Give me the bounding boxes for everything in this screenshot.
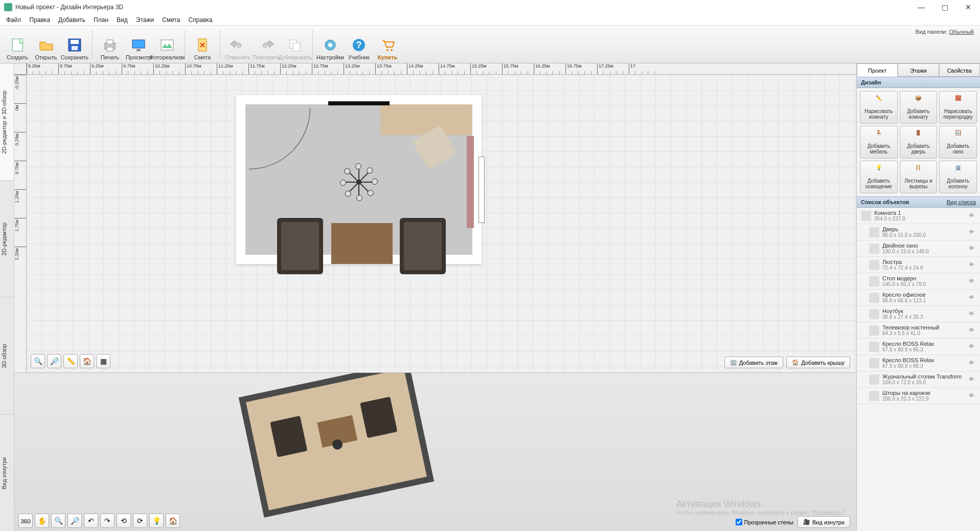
- tv[interactable]: [328, 101, 390, 105]
- eye-icon[interactable]: 👁: [969, 294, 976, 301]
- desk[interactable]: [380, 104, 472, 135]
- eye-icon[interactable]: 👁: [969, 261, 976, 269]
- menu-help[interactable]: Справка: [184, 15, 216, 25]
- room-3d[interactable]: [239, 373, 434, 518]
- home-3d-icon[interactable]: 🏠: [166, 514, 180, 528]
- orbit-right-icon[interactable]: ↷: [100, 514, 115, 528]
- transparent-walls-checkbox[interactable]: Прозрачные стены: [736, 519, 793, 525]
- menu-edit[interactable]: Правка: [26, 15, 55, 25]
- eye-icon[interactable]: 👁: [969, 392, 976, 400]
- tab-3d[interactable]: 3D-обзор: [0, 297, 14, 414]
- orbit-left-icon[interactable]: ↶: [84, 514, 98, 528]
- estimate-button[interactable]: Смета: [188, 28, 217, 61]
- object-row[interactable]: Дверь80.0 x 15.0 x 200.0👁: [857, 224, 980, 240]
- tab-2d-3d[interactable]: 2D-редактор и 3D-обзор: [0, 63, 14, 181]
- tilt-down-icon[interactable]: ⟳: [133, 514, 147, 528]
- pan-icon[interactable]: ✋: [35, 514, 49, 528]
- add-room-button[interactable]: 📦Добавить комнату: [900, 91, 938, 124]
- zoom-out-3d-icon[interactable]: 🔍: [51, 514, 65, 528]
- create-button[interactable]: Создать: [3, 28, 32, 61]
- armchair-2[interactable]: [400, 218, 446, 274]
- redo-button[interactable]: Повторить: [252, 28, 281, 61]
- home-icon[interactable]: 🏠: [80, 354, 94, 368]
- object-row[interactable]: Кресло BOSS Relax67.0 x 80.9 x 86.3👁: [857, 339, 980, 355]
- object-row[interactable]: Стол модерн145.0 x 60.2 x 78.0👁: [857, 273, 980, 290]
- add-window-button[interactable]: 🪟Добавить окно: [939, 126, 977, 159]
- menu-floors[interactable]: Этажи: [132, 15, 158, 25]
- print-button[interactable]: Печать: [96, 28, 124, 61]
- chandelier[interactable]: [338, 162, 379, 203]
- grid-icon[interactable]: ▦: [96, 354, 110, 368]
- eye-icon[interactable]: 👁: [969, 360, 976, 367]
- tab-inside[interactable]: Вид изнутри: [0, 414, 14, 532]
- add-light-button[interactable]: 💡Добавить освещение: [860, 161, 898, 193]
- eye-icon[interactable]: 👁: [969, 376, 976, 383]
- window[interactable]: [478, 157, 485, 223]
- add-floor-button[interactable]: 🏢 Добавить этаж: [724, 357, 783, 368]
- menu-file[interactable]: Файл: [2, 15, 26, 25]
- light-icon[interactable]: 💡: [149, 514, 164, 528]
- tab-project[interactable]: Проект: [857, 63, 898, 77]
- tutorial-button[interactable]: ? Учебник: [345, 28, 373, 61]
- tab-floors[interactable]: Этажи: [898, 63, 939, 77]
- preview-button[interactable]: Просмотр: [124, 28, 153, 61]
- object-row[interactable]: Шторы на карнизе200.9 x 20.3 x 222.9👁: [857, 388, 980, 404]
- panel-mode-link[interactable]: Обычный: [949, 29, 974, 35]
- menu-add[interactable]: Добавить: [54, 15, 89, 25]
- draw-room-button[interactable]: ✏️Нарисовать комнату: [860, 91, 898, 124]
- object-row[interactable]: Кресло BOSS Relax67.0 x 80.9 x 86.3👁: [857, 355, 980, 371]
- undo-button[interactable]: Отменить: [223, 28, 252, 61]
- save-button[interactable]: Сохранить: [60, 28, 89, 61]
- menu-view[interactable]: Вид: [112, 15, 132, 25]
- tab-properties[interactable]: Свойства: [939, 63, 980, 77]
- draw-wall-button[interactable]: 🧱Нарисовать перегородку: [939, 91, 977, 124]
- inside-view-button[interactable]: 🎥 Вид изнутри: [797, 516, 850, 528]
- canvas-3d[interactable]: Активация Windows Чтобы активировать Win…: [14, 373, 856, 531]
- object-thumb-icon: [869, 358, 879, 368]
- rotate360-icon[interactable]: 360: [18, 514, 33, 528]
- minimize-button[interactable]: —: [909, 0, 933, 14]
- eye-icon[interactable]: 👁: [969, 229, 976, 236]
- object-row[interactable]: Журнальный столик Transform104.0 x 72.0 …: [857, 371, 980, 388]
- menu-estimate[interactable]: Смета: [158, 15, 184, 25]
- object-row[interactable]: Люстра72.4 x 72.4 x 24.8👁: [857, 257, 980, 273]
- stairs-button[interactable]: 🪜Лестницы и вырезы: [900, 161, 938, 193]
- settings-button[interactable]: Настройки: [316, 28, 345, 61]
- add-door-button[interactable]: 🚪Добавить дверь: [900, 126, 938, 159]
- eye-icon[interactable]: 👁: [969, 311, 976, 318]
- object-name: Кресло офисное: [882, 292, 966, 298]
- eye-icon[interactable]: 👁: [969, 245, 976, 252]
- object-row[interactable]: Двойное окно130.0 x 15.0 x 140.0👁: [857, 240, 980, 257]
- photoreal-button[interactable]: Фотореализм: [153, 28, 181, 61]
- shelf[interactable]: [467, 136, 474, 228]
- duplicate-button[interactable]: Дублировать: [281, 28, 309, 61]
- object-row[interactable]: Ноутбук38.6 x 27.4 x 26.3👁: [857, 306, 980, 322]
- room-plan[interactable]: [236, 95, 482, 264]
- add-column-button[interactable]: 🏛️Добавить колонну: [939, 161, 977, 193]
- add-furniture-button[interactable]: 🪑Добавить мебель: [860, 126, 898, 159]
- menu-plan[interactable]: План: [89, 15, 112, 25]
- open-button[interactable]: Открыть: [32, 28, 60, 61]
- close-button[interactable]: ✕: [956, 0, 980, 14]
- buy-button[interactable]: Купить: [373, 28, 402, 61]
- maximize-button[interactable]: ▢: [933, 0, 956, 14]
- eye-icon[interactable]: 👁: [969, 278, 976, 285]
- zoom-in-icon[interactable]: 🔎: [47, 354, 61, 368]
- armchair-1[interactable]: [277, 218, 323, 274]
- list-view-link[interactable]: Вид списка: [947, 199, 976, 205]
- object-row[interactable]: Кресло офисное66.6 x 66.6 x 113.1👁: [857, 290, 980, 306]
- ruler-h-tick: 17.25м: [597, 63, 613, 74]
- canvas-2d[interactable]: 🔍 🔎 📏 🏠 ▦ 🏢 Добавить этаж 🏠 Добавить кры…: [27, 75, 856, 372]
- coffee-table[interactable]: [331, 223, 393, 264]
- add-roof-button[interactable]: 🏠 Добавить крышу: [786, 357, 850, 368]
- object-row[interactable]: Комната 1354.0 x 237.0👁: [857, 208, 980, 224]
- tab-2d[interactable]: 2D-редактор: [0, 181, 14, 298]
- eye-icon[interactable]: 👁: [969, 327, 976, 334]
- eye-icon[interactable]: 👁: [969, 343, 976, 350]
- eye-icon[interactable]: 👁: [969, 212, 976, 219]
- zoom-in-3d-icon[interactable]: 🔎: [67, 514, 82, 528]
- zoom-out-icon[interactable]: 🔍: [31, 354, 45, 368]
- measure-icon[interactable]: 📏: [63, 354, 78, 368]
- tilt-up-icon[interactable]: ⟲: [117, 514, 131, 528]
- object-row[interactable]: Телевизор настенный64.3 x 5.5 x 41.0👁: [857, 322, 980, 339]
